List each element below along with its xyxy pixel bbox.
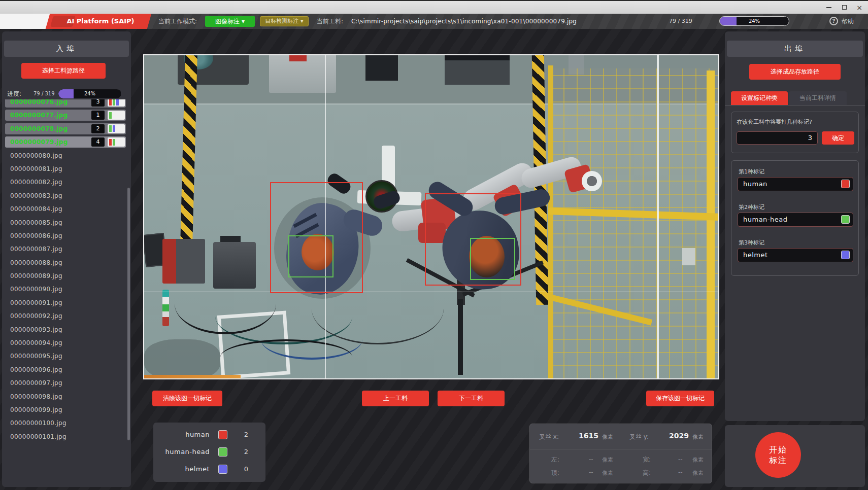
legend-row: helmet 0 xyxy=(153,463,265,475)
legend-count: 2 xyxy=(239,446,254,458)
file-row[interactable]: 00000000101.jpg xyxy=(5,431,126,442)
choose-output-path-button[interactable]: 选择成品存放路径 xyxy=(749,64,841,80)
file-name: 0000000089.jpg xyxy=(10,272,62,279)
legend-swatch xyxy=(218,430,227,439)
next-workpiece-button[interactable]: 下一工料 xyxy=(438,391,505,406)
file-row[interactable]: 0000000081.jpg xyxy=(5,163,126,174)
legend-label: human xyxy=(149,429,210,441)
inbound-sidebar: 入埠 选择工料源路径 进度: 79 / 319 24% 0000000076.j… xyxy=(2,31,131,487)
top-progress-counter: 79 / 319 xyxy=(669,14,692,29)
mode-detection-annotation-button[interactable]: 目标检测标注 ▾ xyxy=(260,16,309,26)
file-row[interactable]: 0000000093.jpg xyxy=(5,324,126,335)
file-row[interactable]: 0000000079.jpg4 xyxy=(5,136,126,148)
progress-counter: 79 / 319 xyxy=(34,91,55,96)
top-progress-percent: 24% xyxy=(720,17,789,25)
label-2-input[interactable]: human-head xyxy=(738,213,853,227)
label-2-title: 第2种标记 xyxy=(739,203,764,211)
label-1-color-swatch[interactable] xyxy=(841,180,850,188)
file-row[interactable]: 0000000089.jpg xyxy=(5,270,126,282)
file-row[interactable]: 0000000085.jpg xyxy=(5,217,126,228)
file-name: 0000000076.jpg xyxy=(10,99,68,106)
mode-image-annotation-button[interactable]: 图像标注 ▾ xyxy=(205,16,255,27)
top-value: -- xyxy=(589,469,593,476)
file-name: 0000000087.jpg xyxy=(10,246,62,253)
label-count-input[interactable]: 3 xyxy=(737,131,818,145)
file-row[interactable]: 00000000100.jpg xyxy=(5,417,126,429)
file-name: 0000000097.jpg xyxy=(10,379,62,387)
crosshair-x-label: 叉丝 x: xyxy=(539,433,559,441)
file-row[interactable]: 0000000076.jpg3 xyxy=(5,99,126,108)
pixel-unit: 像素 xyxy=(692,456,704,464)
file-name: 0000000094.jpg xyxy=(10,339,62,346)
file-list-scrollbar[interactable] xyxy=(127,188,130,440)
file-row[interactable]: 0000000090.jpg xyxy=(5,284,126,295)
left-label: 左: xyxy=(551,456,559,464)
height-value: -- xyxy=(678,469,683,476)
help-icon[interactable]: ? xyxy=(829,17,838,25)
file-row[interactable]: 0000000084.jpg xyxy=(5,203,126,215)
label-3-color-swatch[interactable] xyxy=(841,251,850,259)
file-row[interactable]: 0000000095.jpg xyxy=(5,351,126,362)
label-3-input[interactable]: helmet xyxy=(738,248,853,262)
file-list: 0000000076.jpg30000000077.jpg10000000078… xyxy=(2,99,128,442)
file-row[interactable]: 0000000082.jpg xyxy=(5,177,126,188)
bbox-human-head[interactable] xyxy=(470,238,515,280)
label-1-input[interactable]: human xyxy=(738,177,853,191)
annotation-count-badge: 4 xyxy=(91,137,105,147)
file-row[interactable]: 0000000097.jpg xyxy=(5,377,126,389)
file-name: 00000000101.jpg xyxy=(10,433,66,440)
prev-workpiece-button[interactable]: 上一工料 xyxy=(362,391,429,406)
legend-row: human 2 xyxy=(153,429,265,441)
start-annotation-button[interactable]: 开始 标注 xyxy=(755,432,801,478)
label-1-value: human xyxy=(743,178,767,190)
label-2-color-swatch[interactable] xyxy=(841,215,850,224)
file-row[interactable]: 0000000098.jpg xyxy=(5,391,126,402)
clear-annotations-button[interactable]: 清除该图一切标记 xyxy=(152,391,222,406)
file-row[interactable]: 0000000096.jpg xyxy=(5,364,126,375)
maximize-button[interactable] xyxy=(839,4,850,12)
file-row[interactable]: 0000000087.jpg xyxy=(5,243,126,255)
file-name: 0000000086.jpg xyxy=(10,232,62,239)
file-row[interactable]: 0000000091.jpg xyxy=(5,297,126,308)
file-row[interactable]: 0000000088.jpg xyxy=(5,257,126,268)
annotation-color-indicator xyxy=(108,137,125,147)
file-row[interactable]: 0000000083.jpg xyxy=(5,190,126,201)
file-name: 0000000082.jpg xyxy=(10,179,62,186)
file-row[interactable]: 0000000086.jpg xyxy=(5,230,126,241)
file-row[interactable]: 0000000078.jpg2 xyxy=(5,123,126,134)
current-file-path: C:\simmir-projects\saip\projects\s1\inco… xyxy=(351,14,577,29)
close-icon: × xyxy=(856,4,862,12)
help-button[interactable]: 帮助 xyxy=(842,14,854,29)
mode-label: 当前工作模式: xyxy=(158,14,197,29)
sidebar-progress-percent: 24% xyxy=(58,89,121,98)
label-count-question: 在该套工料中将要打几种标记? xyxy=(737,118,812,126)
pixel-unit: 像素 xyxy=(602,433,613,441)
save-annotations-button[interactable]: 保存该图一切标记 xyxy=(646,391,714,406)
legend-label: helmet xyxy=(149,463,210,475)
file-row[interactable]: 0000000080.jpg xyxy=(5,150,126,161)
file-row[interactable]: 0000000092.jpg xyxy=(5,310,126,322)
tab-divider xyxy=(725,105,865,106)
file-row[interactable]: 0000000077.jpg1 xyxy=(5,110,126,121)
tab-current-workpiece-detail[interactable]: 当前工料详情 xyxy=(789,91,847,105)
legend-count: 0 xyxy=(239,463,254,475)
minimize-button[interactable] xyxy=(823,4,834,12)
annotation-canvas[interactable] xyxy=(143,54,719,379)
choose-source-path-button[interactable]: 选择工料源路径 xyxy=(21,63,106,79)
annotation-color-indicator xyxy=(108,111,125,120)
current-file-label: 当前工料: xyxy=(317,14,343,29)
crosshair-y-label: 叉丝 y: xyxy=(629,433,649,441)
annotation-color-indicator xyxy=(108,124,125,133)
file-row[interactable]: 0000000094.jpg xyxy=(5,337,126,348)
pixel-unit: 像素 xyxy=(692,433,704,441)
file-name: 0000000096.jpg xyxy=(10,366,62,373)
width-value: -- xyxy=(678,456,683,463)
confirm-button[interactable]: 确定 xyxy=(822,131,854,145)
file-row[interactable]: 0000000099.jpg xyxy=(5,404,126,415)
pixel-unit: 像素 xyxy=(602,469,613,477)
tab-set-label-types[interactable]: 设置标记种类 xyxy=(731,91,788,105)
sidebar-progress-row: 进度: 79 / 319 24% xyxy=(2,88,131,100)
close-button[interactable]: × xyxy=(854,4,865,12)
bbox-human-head[interactable] xyxy=(288,235,333,277)
maximize-icon xyxy=(842,5,847,10)
